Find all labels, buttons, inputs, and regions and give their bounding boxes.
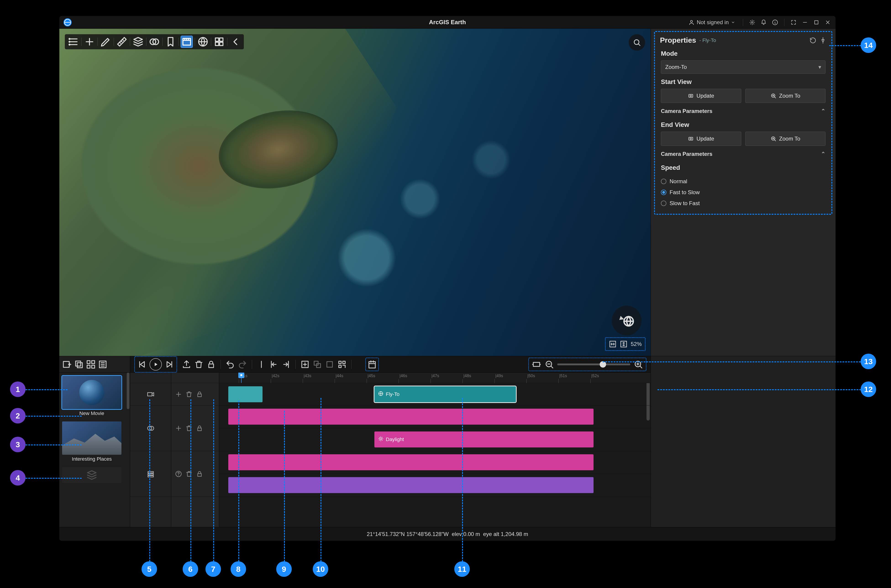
zoom-in-icon[interactable] xyxy=(634,360,643,369)
clip-camera-small[interactable] xyxy=(228,386,263,402)
prev-frame-icon[interactable] xyxy=(137,360,147,369)
lane-layer-2[interactable] xyxy=(219,474,651,497)
clip-del-icon[interactable] xyxy=(325,360,334,369)
export-icon[interactable] xyxy=(182,360,191,369)
track-delete-icon[interactable] xyxy=(185,391,193,398)
track-add-icon[interactable] xyxy=(175,391,182,398)
map-search-button[interactable] xyxy=(629,34,645,51)
movie-settings-icon[interactable] xyxy=(98,359,108,369)
track-help-icon[interactable] xyxy=(175,470,182,478)
network-icon[interactable] xyxy=(197,36,209,48)
undo-icon[interactable] xyxy=(225,360,235,369)
track-delete-icon[interactable] xyxy=(185,470,193,478)
map-viewport[interactable]: 52% xyxy=(59,29,651,356)
lane-effects-1[interactable] xyxy=(219,405,651,428)
redo-icon[interactable] xyxy=(237,360,247,369)
camera-params-end[interactable]: Camera Parameters⌃ xyxy=(655,147,831,161)
properties-panel: Properties - Fly-To Mode Zoom-To ▾ Start… xyxy=(651,29,835,356)
tracks-area[interactable]: |41s |42s |43s |44s |45s |46s |47s |48s … xyxy=(219,373,651,527)
properties-reset-icon[interactable] xyxy=(810,37,816,44)
calendar-icon[interactable] xyxy=(367,360,377,369)
tick-42: |42s xyxy=(272,374,279,378)
endview-zoomto-button[interactable]: Zoom To xyxy=(745,132,826,146)
zoom-out-icon[interactable] xyxy=(544,360,554,369)
bookmark-icon[interactable] xyxy=(165,36,176,48)
clip-effect-1[interactable] xyxy=(228,409,593,424)
track-add-icon[interactable] xyxy=(175,424,182,432)
scale-width-icon[interactable] xyxy=(609,340,617,348)
lane-effects-2[interactable]: Daylight xyxy=(219,428,651,451)
effects-icon[interactable] xyxy=(149,36,160,48)
speed-slow-to-fast[interactable]: Slow to Fast xyxy=(655,198,831,209)
svg-rect-4 xyxy=(814,21,818,24)
startview-update-button[interactable]: Update xyxy=(661,89,741,103)
speed-normal[interactable]: Normal xyxy=(655,176,831,187)
svg-point-21 xyxy=(690,95,692,97)
startview-zoomto-button[interactable]: Zoom To xyxy=(745,89,826,103)
fit-icon[interactable] xyxy=(532,360,541,369)
signin-button[interactable]: Not signed in xyxy=(686,18,737,27)
split-icon[interactable] xyxy=(257,360,266,369)
track-lock-icon[interactable] xyxy=(196,470,203,478)
clip-layer-1[interactable] xyxy=(228,454,593,470)
movie-card-extra[interactable] xyxy=(62,467,122,483)
svg-point-5 xyxy=(69,38,70,39)
clip-dup-icon[interactable] xyxy=(313,360,322,369)
maximize-icon[interactable] xyxy=(813,19,820,26)
new-movie-icon[interactable] xyxy=(62,359,72,369)
scale-height-icon[interactable] xyxy=(620,340,628,348)
notifications-icon[interactable] xyxy=(760,19,767,26)
collapse-icon[interactable] xyxy=(230,36,241,48)
settings-icon[interactable] xyxy=(748,19,756,26)
lock-timeline-icon[interactable] xyxy=(206,360,216,369)
track-lock-icon[interactable] xyxy=(196,424,203,432)
camera-params-start[interactable]: Camera Parameters⌃ xyxy=(655,104,831,118)
toc-icon[interactable] xyxy=(68,36,79,48)
endview-update-button[interactable]: Update xyxy=(661,132,741,146)
playhead[interactable] xyxy=(241,373,242,383)
track-camera-icon[interactable] xyxy=(130,383,171,405)
mode-select[interactable]: Zoom-To ▾ xyxy=(661,60,825,74)
snap-right-icon[interactable] xyxy=(281,360,291,369)
minimize-icon[interactable] xyxy=(801,19,808,26)
track-layers-icon[interactable] xyxy=(130,451,171,497)
movie-icon[interactable] xyxy=(181,36,192,48)
clip-layer-2[interactable] xyxy=(228,477,593,493)
movies-scrollbar[interactable] xyxy=(127,373,129,409)
speed-fast-to-slow[interactable]: Fast to Slow xyxy=(655,187,831,198)
svg-rect-13 xyxy=(219,38,223,41)
play-button[interactable] xyxy=(150,358,162,370)
mode-value: Zoom-To xyxy=(665,64,687,70)
info-icon[interactable] xyxy=(771,19,779,26)
clip-daylight[interactable]: Daylight xyxy=(374,432,593,447)
delete-timeline-icon[interactable] xyxy=(194,360,204,369)
main-toolbar xyxy=(65,34,244,49)
keyframe-add-icon[interactable] xyxy=(300,360,310,369)
zoom-slider[interactable] xyxy=(557,363,630,365)
draw-icon[interactable] xyxy=(100,36,111,48)
lane-layer-1[interactable] xyxy=(219,451,651,474)
track-lock-icon[interactable] xyxy=(196,391,203,398)
properties-title: Properties xyxy=(660,36,696,45)
time-ruler[interactable]: |41s |42s |43s |44s |45s |46s |47s |48s … xyxy=(219,373,651,383)
grid-icon[interactable] xyxy=(213,36,225,48)
clip-flyto[interactable]: Fly-To xyxy=(374,386,516,402)
movie-card-new[interactable]: New Movie xyxy=(62,376,122,416)
navigator-globe[interactable] xyxy=(612,306,642,335)
qr-icon[interactable] xyxy=(337,360,347,369)
fullscreen-icon[interactable] xyxy=(790,19,797,26)
measure-icon[interactable] xyxy=(116,36,128,48)
close-icon[interactable] xyxy=(824,19,831,26)
track-delete-icon[interactable] xyxy=(185,424,193,432)
track-effects-icon[interactable] xyxy=(130,405,171,451)
next-frame-icon[interactable] xyxy=(165,360,174,369)
snap-left-icon[interactable] xyxy=(269,360,278,369)
properties-pin-icon[interactable] xyxy=(820,37,826,44)
duplicate-movie-icon[interactable] xyxy=(74,359,84,369)
add-icon[interactable] xyxy=(84,36,95,48)
template-movie-icon[interactable] xyxy=(86,359,96,369)
movie-card-interesting[interactable]: Interesting Places xyxy=(62,422,122,462)
analysis-icon[interactable] xyxy=(132,36,144,48)
svg-point-7 xyxy=(69,44,70,45)
lane-camera[interactable]: Fly-To xyxy=(219,383,651,405)
